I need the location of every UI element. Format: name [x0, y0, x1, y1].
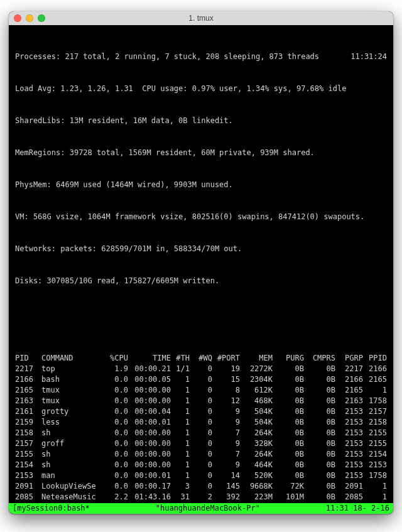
cell-th: 1	[171, 460, 190, 470]
cell-ppid: 2157	[363, 406, 387, 417]
cell-th: 1	[171, 385, 190, 396]
table-row: 2159less0.000:00.01109504K0B0B21532158	[15, 417, 387, 428]
cell-purg: 0B	[273, 417, 304, 428]
cell-pid: 2158	[15, 428, 41, 438]
cell-time: 00:00.01	[128, 470, 171, 481]
cell-port: 12	[212, 396, 240, 406]
cell-pgrp: 2165	[335, 385, 363, 396]
cell-mem: 2272K	[240, 364, 273, 374]
cell-wq: 0	[190, 406, 212, 417]
cell-cmprs: 0B	[304, 470, 335, 481]
cell-th: 1	[171, 438, 190, 449]
statusbar-host: "huanghuandeMacBook-Pr"	[90, 503, 326, 514]
processes-line: Processes: 217 total, 2 running, 7 stuck…	[15, 52, 319, 62]
cell-port: 9	[212, 460, 240, 470]
cell-th: 1	[171, 417, 190, 428]
cell-pid: 2085	[15, 492, 41, 502]
cell-port: 19	[212, 364, 240, 374]
table-row: 2165tmux0.000:00.00108612K0B0B21651	[15, 385, 387, 396]
terminal-content[interactable]: Processes: 217 total, 2 running, 7 stuck…	[9, 25, 393, 503]
cell-time: 00:00.04	[128, 406, 171, 417]
cell-th: 31	[171, 492, 190, 502]
cell-th: 1	[171, 374, 190, 385]
memreg-line: MemRegions: 39728 total, 1569M resident,…	[15, 148, 387, 158]
cell-ppid: 1758	[363, 470, 387, 481]
cell-pgrp: 2084	[335, 502, 363, 503]
terminal-window: 1. tmux Processes: 217 total, 2 running,…	[9, 11, 393, 514]
cell-pid: 2161	[15, 406, 41, 417]
net-line: Networks: packets: 628599/701M in, 58833…	[15, 244, 387, 254]
cell-cmprs: 0B	[304, 396, 335, 406]
cell-purg: 0B	[273, 502, 304, 503]
cell-pid: 2163	[15, 396, 41, 406]
table-row: 2158sh0.000:00.00107264K0B0B21532155	[15, 428, 387, 438]
cell-ppid: 1	[363, 481, 387, 492]
cell-ppid: 1	[363, 502, 387, 503]
cell-wq: 0	[190, 470, 212, 481]
cell-port: 9	[212, 406, 240, 417]
cell-mem: 328K	[240, 438, 273, 449]
cell-mem: 2484K	[240, 502, 273, 503]
cell-purg: 0B	[273, 396, 304, 406]
cell-ppid: 2155	[363, 428, 387, 438]
column-header: PGRP	[335, 353, 363, 364]
cell-pgrp: 2153	[335, 428, 363, 438]
table-row: 2217top1.900:00.211/10192272K0B0B2217216…	[15, 364, 387, 374]
cell-time: 00:00.00	[128, 449, 171, 460]
window-titlebar[interactable]: 1. tmux	[9, 11, 393, 25]
column-header: TIME	[128, 353, 171, 364]
cell-th: 1	[171, 428, 190, 438]
cell-port: 9	[212, 417, 240, 428]
cell-cmprs: 0B	[304, 417, 335, 428]
column-header: #PORT	[212, 353, 240, 364]
cell-cpu: 0.0	[104, 396, 128, 406]
cell-pid: 2091	[15, 481, 41, 492]
cell-time: 00:00.00	[128, 438, 171, 449]
cell-wq: 0	[190, 428, 212, 438]
cell-purg: 0B	[273, 438, 304, 449]
cell-ppid: 2158	[363, 417, 387, 428]
column-header: PPID	[363, 353, 387, 364]
cell-wq: 0	[190, 385, 212, 396]
window-title: 1. tmux	[9, 14, 393, 23]
table-row: 2163tmux0.000:00.001012468K0B0B21631758	[15, 396, 387, 406]
cell-cmd: groff	[41, 438, 104, 449]
cell-time: 00:00.00	[128, 428, 171, 438]
cell-pgrp: 2153	[335, 449, 363, 460]
cell-purg: 0B	[273, 374, 304, 385]
cell-pid: 2084	[15, 502, 41, 503]
cell-cpu: 0.0	[104, 438, 128, 449]
cell-cmd: NeteaseMusic	[41, 492, 104, 502]
cell-mem: 223M	[240, 492, 273, 502]
column-header: PID	[15, 353, 41, 364]
cell-time: 00:00.05	[128, 374, 171, 385]
cell-ppid: 1	[363, 492, 387, 502]
cell-cpu: 1.9	[104, 364, 128, 374]
column-header: PURG	[273, 353, 304, 364]
cell-pgrp: 2153	[335, 417, 363, 428]
cell-th: 1/1	[171, 364, 190, 374]
statusbar-session: [mySession0:bash*	[13, 503, 90, 514]
tmux-statusbar[interactable]: [mySession0:bash* "huanghuandeMacBook-Pr…	[9, 503, 393, 514]
cell-purg: 72K	[273, 481, 304, 492]
cell-pid: 2159	[15, 417, 41, 428]
cell-port: 40	[212, 502, 240, 503]
cell-cpu: 0.0	[104, 481, 128, 492]
cell-cpu: 0.0	[104, 449, 128, 460]
cell-cmprs: 0B	[304, 438, 335, 449]
cell-time: 00:00.01	[128, 417, 171, 428]
column-header: CMPRS	[304, 353, 335, 364]
cell-cmprs: 0B	[304, 460, 335, 470]
cell-mem: 520K	[240, 470, 273, 481]
cell-wq: 0	[190, 364, 212, 374]
cell-wq: 2	[190, 492, 212, 502]
cell-cpu: 0.0	[104, 417, 128, 428]
cell-cmd: QuickLookSat	[41, 502, 104, 503]
cell-mem: 9668K	[240, 481, 273, 492]
cell-mem: 464K	[240, 460, 273, 470]
cell-cpu: 0.0	[104, 470, 128, 481]
table-row: 2084QuickLookSat0.000:00.2020402484K0B0B…	[15, 502, 387, 503]
cell-pid: 2157	[15, 438, 41, 449]
cell-time: 00:00.20	[128, 502, 171, 503]
column-header: MEM	[240, 353, 273, 364]
